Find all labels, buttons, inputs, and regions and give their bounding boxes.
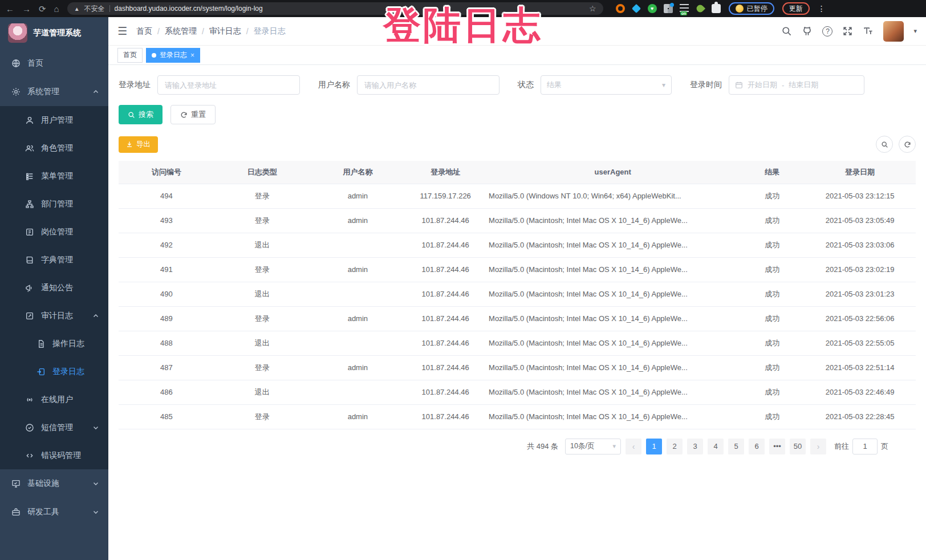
sidebar-toggle-icon[interactable]: ☰ [117, 25, 127, 38]
sidebar-item-login-log[interactable]: 登录日志 [0, 358, 108, 385]
page-button-50[interactable]: 50 [790, 439, 806, 455]
browser-menu-icon[interactable]: ⋮ [818, 4, 826, 13]
bookmark-star-icon[interactable]: ☆ [589, 4, 596, 13]
table-row[interactable]: 491 登录 admin 101.87.244.46 Mozilla/5.0 (… [119, 257, 916, 282]
export-button[interactable]: 导出 [119, 136, 158, 153]
sidebar-item-menu-management[interactable]: 菜单管理 [0, 162, 108, 190]
sidebar-item-label: 用户管理 [41, 115, 73, 125]
sidebar-item-user-management[interactable]: 用户管理 [0, 106, 108, 134]
font-size-icon[interactable] [863, 26, 874, 36]
extension-list-icon[interactable]: on [680, 4, 689, 13]
table-row[interactable]: 489 登录 admin 101.87.244.46 Mozilla/5.0 (… [119, 306, 916, 331]
extension-sprout-icon[interactable] [695, 3, 705, 14]
login-log-table: 访问编号 日志类型 用户名称 登录地址 userAgent 结果 登录日期 49… [119, 161, 916, 429]
select-chevron-down-icon: ▾ [612, 443, 616, 450]
page-button-6[interactable]: 6 [749, 439, 765, 455]
goto-page-input[interactable] [852, 439, 878, 455]
tag-login-log[interactable]: 登录日志 × [146, 48, 200, 63]
page-button-2[interactable]: 2 [667, 439, 683, 455]
sidebar-item-notice-announcement[interactable]: 通知公告 [0, 274, 108, 302]
search-icon[interactable] [781, 26, 792, 36]
page-ellipsis-button[interactable]: ••• [769, 439, 785, 455]
cell-visit-id: 491 [119, 257, 214, 282]
table-row[interactable]: 487 登录 admin 101.87.244.46 Mozilla/5.0 (… [119, 355, 916, 380]
extension-green-heart-icon[interactable]: ♥ [648, 4, 657, 13]
username-input[interactable] [357, 75, 499, 95]
cell-login-address: 101.87.244.46 [405, 257, 485, 282]
search-icon [881, 141, 888, 148]
tag-close-icon[interactable]: × [190, 52, 194, 59]
login-time-range-picker[interactable]: 开始日期 - 结束日期 [729, 75, 864, 95]
sidebar-item-label: 首页 [27, 58, 43, 68]
page-button-1[interactable]: 1 [646, 439, 662, 455]
sidebar-item-label: 通知公告 [41, 283, 73, 293]
not-secure-label: 不安全 [84, 4, 105, 14]
table-row[interactable]: 486 退出 101.87.244.46 Mozilla/5.0 (Macint… [119, 380, 916, 404]
page-button-3[interactable]: 3 [687, 439, 703, 455]
extension-grid-icon[interactable] [664, 4, 673, 13]
github-icon[interactable] [802, 26, 813, 36]
sidebar-item-role-management[interactable]: 角色管理 [0, 134, 108, 162]
cell-user-agent: Mozilla/5.0 (Macintosh; Intel Mac OS X 1… [485, 355, 740, 380]
table-row[interactable]: 490 退出 101.87.244.46 Mozilla/5.0 (Macint… [119, 282, 916, 306]
table-row[interactable]: 494 登录 admin 117.159.17.226 Mozilla/5.0 … [119, 184, 916, 208]
avatar-caret-down-icon[interactable]: ▾ [913, 27, 917, 35]
table-row[interactable]: 493 登录 admin 101.87.244.46 Mozilla/5.0 (… [119, 208, 916, 233]
refresh-table-button[interactable] [899, 136, 916, 153]
page-button-4[interactable]: 4 [708, 439, 724, 455]
id-badge-icon [25, 228, 34, 237]
sidebar-item-label: 角色管理 [41, 143, 73, 153]
sidebar-item-operation-log[interactable]: 操作日志 [0, 330, 108, 358]
sidebar-item-label: 字典管理 [41, 255, 73, 265]
sidebar-item-department-management[interactable]: 部门管理 [0, 190, 108, 218]
extension-blue-gem-icon[interactable] [631, 4, 640, 13]
browser-back-icon[interactable]: ← [6, 5, 14, 13]
reset-button[interactable]: 重置 [170, 105, 216, 124]
cell-login-address: 101.87.244.46 [405, 380, 485, 404]
browser-update-button[interactable]: 更新 [782, 2, 810, 15]
profile-paused-badge[interactable]: 已暂停 [729, 2, 774, 15]
sidebar-item-online-users[interactable]: 在线用户 [0, 385, 108, 413]
browser-reload-icon[interactable]: ⟳ [39, 5, 46, 13]
breadcrumb-audit-log[interactable]: 审计日志 [209, 26, 241, 36]
prev-page-button[interactable]: ‹ [626, 439, 641, 455]
sidebar-item-sms-management[interactable]: 短信管理 [0, 413, 108, 441]
cell-user-agent: Mozilla/5.0 (Macintosh; Intel Mac OS X 1… [485, 404, 740, 429]
cell-login-address: 101.87.244.46 [405, 208, 485, 233]
table-row[interactable]: 485 登录 admin 101.87.244.46 Mozilla/5.0 (… [119, 404, 916, 429]
next-page-button[interactable]: › [810, 439, 826, 455]
user-avatar[interactable] [883, 21, 904, 42]
breadcrumb-system[interactable]: 系统管理 [165, 26, 197, 36]
sidebar-item-dict-management[interactable]: 字典管理 [0, 246, 108, 274]
sidebar-item-audit-log[interactable]: 审计日志 [0, 302, 108, 330]
extension-orange-ring-icon[interactable] [616, 4, 625, 13]
cell-visit-id: 485 [119, 404, 214, 429]
search-icon [128, 111, 135, 119]
tag-home[interactable]: 首页 [117, 48, 143, 63]
sidebar-item-dev-tools[interactable]: 研发工具 [0, 498, 108, 526]
browser-home-icon[interactable]: ⌂ [54, 5, 59, 13]
login-address-input[interactable] [157, 75, 300, 95]
browser-forward-icon[interactable]: → [22, 5, 31, 13]
top-navbar: ☰ 首页/ 系统管理/ 审计日志/ 登录日志 ? ▾ [108, 17, 926, 46]
page-content: 登录地址 用户名称 状态 结果 ▾ 登录时间 [108, 65, 926, 560]
address-bar[interactable]: ▲ 不安全 dashboard.yudao.iocoder.cn/system/… [67, 2, 603, 15]
table-row[interactable]: 492 退出 101.87.244.46 Mozilla/5.0 (Macint… [119, 233, 916, 257]
sidebar-item-infrastructure[interactable]: 基础设施 [0, 469, 108, 498]
sidebar-item-home[interactable]: 首页 [0, 49, 108, 78]
help-icon[interactable]: ? [822, 26, 832, 36]
sidebar-item-error-code-management[interactable]: 错误码管理 [0, 441, 108, 469]
status-select[interactable]: 结果 ▾ [541, 75, 672, 95]
sidebar-item-post-management[interactable]: 岗位管理 [0, 218, 108, 246]
table-row[interactable]: 488 退出 101.87.244.46 Mozilla/5.0 (Macint… [119, 331, 916, 355]
toggle-search-button[interactable] [876, 136, 893, 153]
tags-view-bar: 首页 登录日志 × [108, 46, 926, 65]
sidebar: 芋道管理系统 首页 系统管理 用户管理 角色管理 [0, 17, 108, 560]
extensions-puzzle-icon[interactable] [712, 4, 721, 13]
page-button-5[interactable]: 5 [728, 439, 744, 455]
search-button[interactable]: 搜索 [119, 105, 163, 124]
fullscreen-icon[interactable] [842, 26, 853, 36]
sidebar-item-system-management[interactable]: 系统管理 [0, 78, 108, 106]
page-size-select[interactable]: 10条/页 ▾ [565, 439, 621, 455]
breadcrumb-home[interactable]: 首页 [136, 26, 152, 36]
